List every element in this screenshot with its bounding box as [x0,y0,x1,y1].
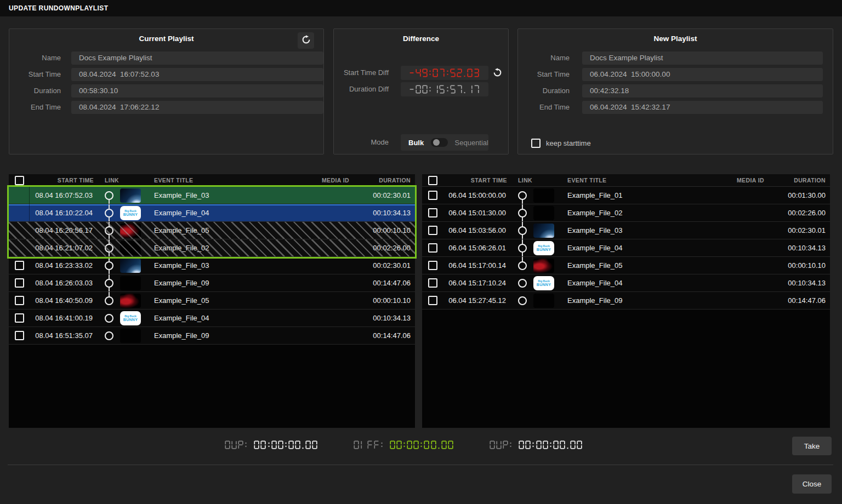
link-circle-icon[interactable] [105,314,113,323]
row-checkbox[interactable] [428,243,437,253]
link-circle-icon[interactable] [105,296,113,305]
row-checkbox[interactable] [428,226,437,235]
mode-option-bulk[interactable]: Bulk [408,139,424,147]
mode-label: Mode [334,134,389,151]
row-link-cell [511,204,533,221]
row-checkbox[interactable] [428,191,437,200]
row-checkbox[interactable] [15,331,24,340]
select-all-checkbox[interactable] [428,176,437,185]
bunny-logo-text: BUNNY [123,318,138,322]
current-endtime-field[interactable]: 08.04.2024 17:06:22.12 [71,101,323,114]
duration-summary-bar [225,440,583,449]
row-link-cell [511,292,533,309]
row-checkbox[interactable] [428,261,437,270]
table-row[interactable]: 06.04 15:17:10.24Big BuckBUNNYExample_Fi… [422,274,830,292]
mode-option-sequential[interactable]: Sequential [455,139,488,147]
new-playlist-table: START TIMELINKEVENT TITLEMEDIA IDDURATIO… [422,174,830,428]
link-circle-icon[interactable] [518,279,527,288]
new-endtime-field[interactable]: 06.04.2024 15:42:32.17 [582,101,823,114]
diff-display [354,440,454,449]
table-row[interactable]: 06.04 15:27:45.12Example_File_0900:14:47… [422,292,830,310]
table-row[interactable]: 06.04 15:03:56.00Example_File_0300:02:30… [422,222,830,239]
start-time-diff-value [409,68,480,77]
row-checkbox[interactable] [15,278,24,288]
current-playlist-title: Current Playlist [9,35,323,43]
current-starttime-label: Start Time [9,68,61,81]
row-checkbox[interactable] [428,296,437,305]
thumbnail-bunny: Big BuckBUNNY [533,276,554,290]
row-thumbnail-cell [120,241,147,255]
link-circle-icon[interactable] [105,209,113,217]
table-row[interactable]: 06.04 15:06:26.01Big BuckBUNNYExample_Fi… [422,239,830,257]
link-circle-icon[interactable] [518,191,527,200]
table-row[interactable]: 06.04 15:00:00.00Example_File_0100:01:30… [422,187,830,204]
table-row[interactable]: 08.04 16:51:35.07Example_File_0900:14:47… [9,327,415,345]
row-event-title: Example_File_02 [147,244,288,252]
table-row[interactable]: 08.04 16:26:03.03Example_File_0900:14:47… [9,274,415,292]
new-playlist-title: New Playlist [518,35,833,43]
link-circle-icon[interactable] [518,296,527,305]
take-button[interactable]: Take [792,437,832,455]
row-checkbox[interactable] [428,208,437,217]
thumbnail-earth [120,259,141,273]
thumbnail-bunny: Big BuckBUNNY [120,206,141,220]
table-row[interactable]: 08.04 16:23:33.02Example_File_0300:02:30… [9,257,415,274]
table-row[interactable]: 08.04 16:41:00.19Big BuckBUNNYExample_Fi… [9,310,415,327]
row-event-title: Example_File_04 [147,209,288,217]
table-row[interactable]: 06.04 15:17:00.14Example_File_0500:00:10… [422,257,830,274]
new-name-field[interactable]: Docs Example Playlist [582,51,823,65]
row-event-title: Example_File_09 [147,279,288,287]
close-button[interactable]: Close [792,474,832,494]
row-link-cell [98,310,120,327]
table-row[interactable]: 08.04 16:40:50.09Example_File_0500:00:10… [9,292,415,310]
keep-starttime-checkbox[interactable] [531,139,541,148]
new-starttime-field[interactable]: 06.04.2024 15:00:00.00 [582,68,823,81]
link-circle-icon[interactable] [105,191,113,200]
mode-toggle-group: Bulk Sequential [401,134,488,151]
row-start-time: 08.04 16:10:22.04 [30,209,98,217]
difference-title: Difference [334,35,508,43]
row-event-title: Example_File_04 [561,244,703,252]
link-circle-icon[interactable] [105,244,113,253]
link-circle-icon[interactable] [518,209,527,217]
link-circle-icon[interactable] [105,279,113,288]
table-row[interactable]: 06.04 15:01:30.00Example_File_0200:02:26… [422,204,830,222]
row-checkbox[interactable] [15,261,24,270]
select-all-checkbox[interactable] [15,176,24,185]
row-checkbox-cell [9,239,30,256]
row-thumbnail-cell: Big BuckBUNNY [533,276,561,290]
row-link-cell [511,222,533,239]
link-circle-icon[interactable] [105,331,113,340]
current-duration-field[interactable]: 00:58:30.10 [71,84,323,98]
link-circle-icon[interactable] [105,261,113,270]
row-checkbox[interactable] [15,296,24,305]
table-row[interactable]: 08.04 16:10:22.04Big BuckBUNNYExample_Fi… [9,204,415,222]
table-row[interactable]: 08.04 16:21:07.02Example_File_0200:02:26… [9,239,415,257]
new-endtime-label: End Time [518,101,570,114]
row-thumbnail-cell [533,224,561,238]
link-circle-icon[interactable] [518,244,527,253]
start-time-diff-label: Start Time Diff [334,66,389,80]
dur-right-display [490,440,583,449]
reset-diff-button[interactable] [491,67,504,80]
table-row[interactable]: 08.04 16:20:56.17Example_File_0500:00:10… [9,222,415,239]
table-row[interactable]: 08.04 16:07:52.03Example_File_0300:02:30… [9,187,415,204]
row-start-time: 08.04 16:40:50.09 [30,296,98,305]
link-circle-icon[interactable] [105,226,113,235]
link-circle-icon[interactable] [518,261,527,270]
thumbnail-bunny: Big BuckBUNNY [533,241,554,255]
refresh-button[interactable] [298,32,314,49]
new-duration-field[interactable]: 00:42:32.18 [582,84,823,98]
current-starttime-field[interactable]: 08.04.2024 16:07:52.03 [71,68,323,81]
row-event-title: Example_File_04 [561,279,703,287]
current-name-field[interactable]: Docs Example Playlist [71,51,323,65]
mode-toggle-switch[interactable] [431,138,447,147]
row-checkbox-cell [9,327,30,344]
row-start-time: 08.04 16:26:03.03 [30,279,98,287]
row-checkbox[interactable] [428,278,437,288]
link-circle-icon[interactable] [518,226,527,235]
row-link-cell [98,257,120,274]
row-checkbox[interactable] [15,313,24,323]
row-link-cell [511,257,533,274]
header-duration: DURATION [354,177,415,184]
